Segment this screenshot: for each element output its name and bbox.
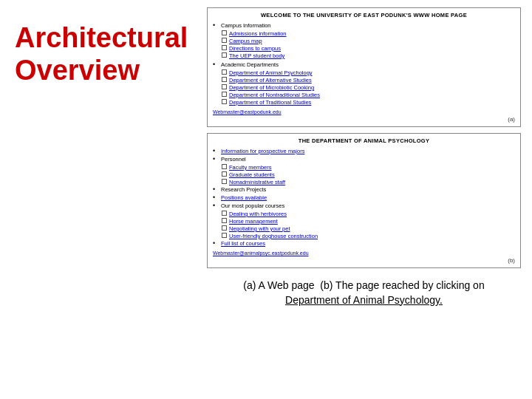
title-line2: Overview [15,55,140,86]
sub-item: Horse management [222,218,515,225]
caption-part-b: (b) The page reached by clicking on [320,279,484,291]
checkbox-icon [222,99,227,104]
checkbox-icon [222,179,227,184]
campus-section: • Campus Information [213,22,515,29]
caption-part-a: (a) A Web page [243,279,314,291]
checkbox-icon [222,69,227,75]
caption-line2: Department of Animal Psychology. [285,294,443,306]
bullet-dot: • [213,155,219,163]
course-link-2[interactable]: Horse management [229,218,278,225]
page-b-tag: (b) [213,257,515,264]
caption-area: (a) A Web page (b) The page reached by c… [207,274,521,311]
sub-item: User-friendly doghouse construction [222,233,515,239]
page-a-tag: (a) [213,116,515,123]
dept-link-5[interactable]: Department of Traditional Studies [229,99,311,106]
research-label: Research Projects [221,186,266,193]
sub-item: Dealing with herbivores [222,211,515,217]
personnel-link-2[interactable]: Graduate students [229,171,275,178]
bullet-dot: • [213,21,219,29]
checkbox-icon [222,77,227,82]
personnel-sublist: Faculty members Graduate students Nonadm… [213,164,515,185]
webpage-box-a: WELCOME TO THE UNIVERSITY OF EAST PODUNK… [207,7,521,127]
checkbox-icon [222,45,227,50]
prospective-link[interactable]: Information for prospective majors [221,148,304,154]
checkbox-icon [222,164,227,169]
bullet-dot: • [213,239,219,247]
sub-item: Department of Traditional Studies [222,99,515,106]
sub-item: Campus map [222,38,515,44]
page-b-title: THE DEPARTMENT OF ANIMAL PSYCHOLOGY [213,137,515,144]
sub-item: Department of Alternative Studies [222,77,515,83]
positions-link[interactable]: Positions available [221,194,267,201]
bullet-dot: • [213,194,219,201]
dept-link-4[interactable]: Department of Nontraditional Studies [229,92,320,98]
checkbox-icon [222,225,227,231]
positions-section: • Positions available [213,194,515,201]
checkbox-icon [222,233,227,238]
academic-sublist: Department of Animal Psychology Departme… [213,69,515,106]
sub-item: Directions to campus [222,45,515,52]
page-title: Architectural Overview [15,22,188,86]
campus-link-3[interactable]: Directions to campus [229,45,281,52]
personnel-section: • Personnel [213,156,515,163]
sub-item: The UEP student body [222,52,515,59]
academic-label: Academic Departments [221,61,279,68]
sub-item: Admissions information [222,30,515,37]
checkbox-icon [222,84,227,89]
title-line1: Architectural [15,22,188,53]
dept-link-1[interactable]: Department of Animal Psychology [229,69,313,76]
checkbox-icon [222,38,227,43]
page-a-title: WELCOME TO THE UNIVERSITY OF EAST PODUNK… [213,12,515,18]
checkbox-icon [222,171,227,177]
sub-item: Graduate students [222,171,515,178]
dept-link-3[interactable]: Department of Microbiotic Cooking [229,84,314,91]
dept-link-2[interactable]: Department of Alternative Studies [229,77,312,83]
main-container: Architectural Overview WELCOME TO THE UN… [0,0,532,399]
full-courses-section: • Full list of courses [213,240,515,247]
bullet-dot: • [213,202,219,209]
academic-section: • Academic Departments [213,61,515,68]
campus-label: Campus Information [221,22,271,29]
bullet-dot: • [213,61,219,68]
course-link-3[interactable]: Negotiating with your pet [229,225,290,232]
bullet-dot: • [213,185,219,193]
sub-item: Department of Animal Psychology [222,69,515,76]
sub-item: Nonadministrative staff [222,179,515,185]
checkbox-icon [222,218,227,223]
full-courses-link[interactable]: Full list of courses [221,240,265,247]
checkbox-icon [222,92,227,97]
campus-link-2[interactable]: Campus map [229,38,262,44]
prospective-section: • Information for prospective majors [213,148,515,154]
sub-item: Department of Microbiotic Cooking [222,84,515,91]
checkbox-icon [222,52,227,58]
webmaster-b[interactable]: Webmaster@animalpsyc.eastpodunk.edu [213,250,515,256]
courses-sublist: Dealing with herbivores Horse management… [213,211,515,239]
research-section: • Research Projects [213,186,515,193]
left-panel: Architectural Overview [0,0,200,399]
courses-label: Our most popular courses [221,202,284,209]
webpage-box-b: THE DEPARTMENT OF ANIMAL PSYCHOLOGY • In… [207,133,521,268]
courses-section: • Our most popular courses [213,202,515,209]
course-link-1[interactable]: Dealing with herbivores [229,211,287,217]
course-link-4[interactable]: User-friendly doghouse construction [229,233,318,239]
campus-link-4[interactable]: The UEP student body [229,52,284,59]
right-panel: WELCOME TO THE UNIVERSITY OF EAST PODUNK… [200,0,532,399]
bullet-dot: • [213,147,219,154]
webmaster-a[interactable]: Webmaster@eastpodunk.edu [213,109,515,115]
checkbox-icon [222,30,227,35]
personnel-label: Personnel [221,156,246,163]
sub-item: Department of Nontraditional Studies [222,92,515,98]
campus-link-1[interactable]: Admissions information [229,30,287,37]
personnel-link-3[interactable]: Nonadministrative staff [229,179,285,185]
campus-sublist: Admissions information Campus map Direct… [213,30,515,59]
sub-item: Faculty members [222,164,515,171]
personnel-link-1[interactable]: Faculty members [229,164,272,171]
checkbox-icon [222,211,227,216]
sub-item: Negotiating with your pet [222,225,515,232]
